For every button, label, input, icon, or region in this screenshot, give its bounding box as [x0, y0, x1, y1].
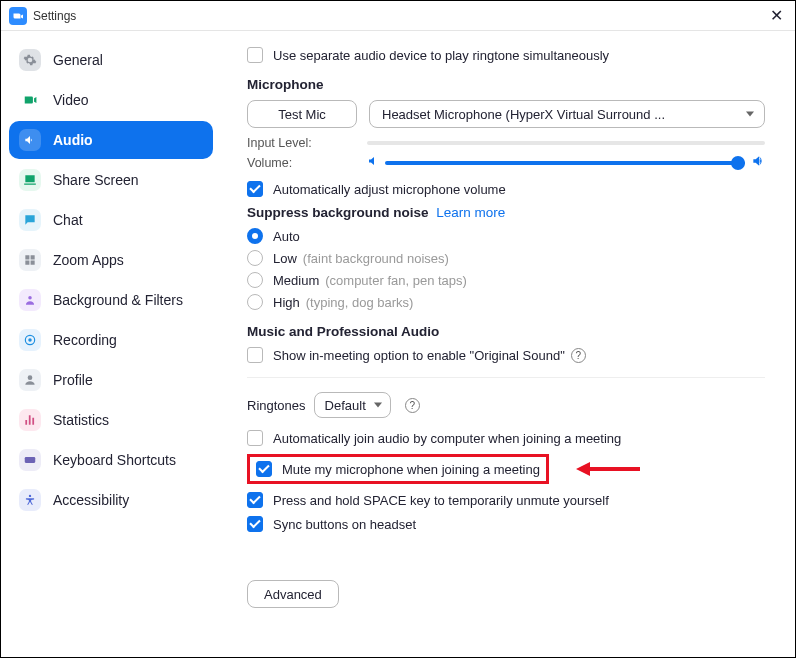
test-mic-button[interactable]: Test Mic: [247, 100, 357, 128]
noise-level-label: Medium: [273, 273, 319, 288]
separate-device-checkbox[interactable]: [247, 47, 263, 63]
sidebar-item-label: General: [53, 52, 103, 68]
suppress-title: Suppress background noise Learn more: [247, 205, 765, 220]
help-icon[interactable]: ?: [405, 398, 420, 413]
svg-point-5: [29, 495, 31, 497]
sync-headset-checkbox[interactable]: [247, 516, 263, 532]
titlebar: Settings ✕: [1, 1, 795, 31]
noise-low-row[interactable]: Low(faint background noises): [247, 250, 765, 266]
sidebar-item-chat[interactable]: Chat: [9, 201, 213, 239]
space-unmute-checkbox[interactable]: [247, 492, 263, 508]
sidebar-item-background-filters[interactable]: Background & Filters: [9, 281, 213, 319]
mic-device-select[interactable]: Headset Microphone (HyperX Virtual Surro…: [369, 100, 765, 128]
original-sound-row[interactable]: Show in-meeting option to enable "Origin…: [247, 347, 765, 363]
sidebar-item-label: Recording: [53, 332, 117, 348]
noise-level-label: High: [273, 295, 300, 310]
audio-icon: [19, 129, 41, 151]
help-icon[interactable]: ?: [571, 348, 586, 363]
sidebar-item-profile[interactable]: Profile: [9, 361, 213, 399]
mute-on-join-label: Mute my microphone when joining a meetin…: [282, 462, 540, 477]
sidebar-item-label: Chat: [53, 212, 83, 228]
mute-on-join-checkbox[interactable]: [256, 461, 272, 477]
auto-adjust-label: Automatically adjust microphone volume: [273, 182, 506, 197]
space-unmute-row[interactable]: Press and hold SPACE key to temporarily …: [247, 492, 765, 508]
noise-auto-radio[interactable]: [247, 228, 263, 244]
audio-settings-panel: Use separate audio device to play ringto…: [221, 31, 795, 657]
sidebar-item-label: Background & Filters: [53, 292, 183, 308]
gear-icon: [19, 49, 41, 71]
noise-high-row[interactable]: High(typing, dog barks): [247, 294, 765, 310]
sidebar-item-label: Share Screen: [53, 172, 139, 188]
noise-auto-row[interactable]: Auto: [247, 228, 765, 244]
volume-thumb[interactable]: [731, 156, 745, 170]
ringtones-label: Ringtones: [247, 398, 306, 413]
svg-marker-7: [576, 462, 590, 476]
noise-level-label: Low: [273, 251, 297, 266]
noise-medium-row[interactable]: Medium(computer fan, pen taps): [247, 272, 765, 288]
speaker-high-icon: [751, 154, 765, 171]
auto-join-row[interactable]: Automatically join audio by computer whe…: [247, 430, 765, 446]
ringtone-select[interactable]: Default: [314, 392, 391, 418]
mic-device-value: Headset Microphone (HyperX Virtual Surro…: [382, 107, 665, 122]
annotation-arrow-icon: [576, 459, 640, 479]
auto-adjust-checkbox[interactable]: [247, 181, 263, 197]
sidebar-item-label: Accessibility: [53, 492, 129, 508]
sidebar-item-recording[interactable]: Recording: [9, 321, 213, 359]
svg-point-2: [28, 338, 32, 342]
share-icon: [19, 169, 41, 191]
sidebar-item-video[interactable]: Video: [9, 81, 213, 119]
rec-icon: [19, 329, 41, 351]
original-sound-label: Show in-meeting option to enable "Origin…: [273, 348, 565, 363]
ringtone-value: Default: [325, 398, 366, 413]
noise-level-hint: (computer fan, pen taps): [325, 273, 467, 288]
sidebar-item-label: Video: [53, 92, 89, 108]
video-icon: [19, 89, 41, 111]
svg-point-3: [28, 375, 33, 380]
noise-low-radio[interactable]: [247, 250, 263, 266]
music-title: Music and Professional Audio: [247, 324, 765, 339]
close-icon[interactable]: ✕: [766, 8, 787, 24]
app-icon: [9, 7, 27, 25]
sidebar-item-statistics[interactable]: Statistics: [9, 401, 213, 439]
volume-label: Volume:: [247, 156, 367, 170]
volume-slider[interactable]: [385, 161, 745, 165]
space-unmute-label: Press and hold SPACE key to temporarily …: [273, 493, 609, 508]
svg-rect-4: [25, 457, 36, 463]
sidebar-item-keyboard-shortcuts[interactable]: Keyboard Shortcuts: [9, 441, 213, 479]
sync-headset-label: Sync buttons on headset: [273, 517, 416, 532]
noise-level-label: Auto: [273, 229, 300, 244]
noise-level-hint: (faint background noises): [303, 251, 449, 266]
noise-level-hint: (typing, dog barks): [306, 295, 414, 310]
svg-point-0: [28, 296, 32, 300]
sidebar-item-label: Audio: [53, 132, 93, 148]
sidebar-item-zoom-apps[interactable]: Zoom Apps: [9, 241, 213, 279]
sidebar-item-label: Zoom Apps: [53, 252, 124, 268]
separate-device-label: Use separate audio device to play ringto…: [273, 48, 609, 63]
profile-icon: [19, 369, 41, 391]
auto-join-label: Automatically join audio by computer whe…: [273, 431, 621, 446]
speaker-low-icon: [367, 155, 379, 170]
sidebar-item-label: Keyboard Shortcuts: [53, 452, 176, 468]
noise-medium-radio[interactable]: [247, 272, 263, 288]
sidebar-item-share-screen[interactable]: Share Screen: [9, 161, 213, 199]
sync-headset-row[interactable]: Sync buttons on headset: [247, 516, 765, 532]
separate-device-row[interactable]: Use separate audio device to play ringto…: [247, 47, 765, 63]
input-level-meter: [367, 141, 765, 145]
sidebar-item-accessibility[interactable]: Accessibility: [9, 481, 213, 519]
bg-icon: [19, 289, 41, 311]
advanced-button[interactable]: Advanced: [247, 580, 339, 608]
sidebar-item-label: Profile: [53, 372, 93, 388]
kbd-icon: [19, 449, 41, 471]
auto-join-checkbox[interactable]: [247, 430, 263, 446]
learn-more-link[interactable]: Learn more: [436, 205, 505, 220]
sidebar-item-audio[interactable]: Audio: [9, 121, 213, 159]
mute-on-join-highlight: Mute my microphone when joining a meetin…: [247, 454, 549, 484]
sidebar-item-general[interactable]: General: [9, 41, 213, 79]
original-sound-checkbox[interactable]: [247, 347, 263, 363]
stats-icon: [19, 409, 41, 431]
apps-icon: [19, 249, 41, 271]
microphone-title: Microphone: [247, 77, 765, 92]
noise-high-radio[interactable]: [247, 294, 263, 310]
auto-adjust-row[interactable]: Automatically adjust microphone volume: [247, 181, 765, 197]
a11y-icon: [19, 489, 41, 511]
